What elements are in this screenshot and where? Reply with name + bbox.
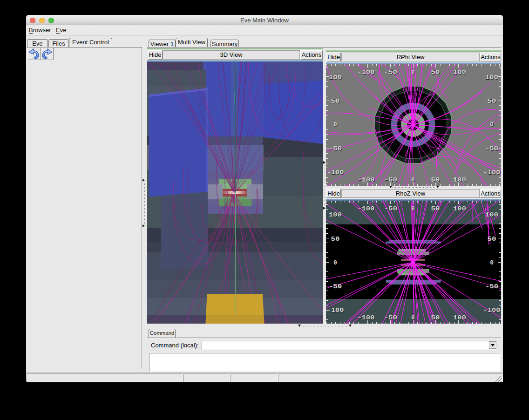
svg-text:-100: -100 <box>327 169 344 176</box>
svg-text:50: 50 <box>488 236 496 243</box>
svg-text:50: 50 <box>431 177 440 183</box>
svg-text:0: 0 <box>490 260 494 266</box>
svg-text:50: 50 <box>431 315 440 321</box>
svg-text:0: 0 <box>411 177 415 183</box>
svg-text:50: 50 <box>431 69 440 76</box>
svg-text:100: 100 <box>329 212 342 218</box>
svg-text:100: 100 <box>453 177 466 183</box>
svg-text:100: 100 <box>453 315 466 321</box>
svg-text:50: 50 <box>331 236 340 243</box>
svg-text:0: 0 <box>333 122 337 128</box>
svg-text:0: 0 <box>411 206 415 212</box>
svg-text:-100: -100 <box>358 315 375 321</box>
svg-text:-50: -50 <box>485 146 498 152</box>
svg-text:-100: -100 <box>327 307 344 314</box>
svg-text:0: 0 <box>411 315 415 321</box>
svg-text:50: 50 <box>331 98 340 105</box>
svg-text:-100: -100 <box>358 69 375 76</box>
svg-text:-100: -100 <box>358 177 375 183</box>
svg-text:-100: -100 <box>358 206 375 212</box>
svg-text:-50: -50 <box>384 206 397 212</box>
svg-text:50: 50 <box>431 206 440 212</box>
svg-text:0: 0 <box>411 69 415 76</box>
svg-text:-50: -50 <box>329 284 342 290</box>
svg-text:-100: -100 <box>483 169 501 176</box>
svg-text:-50: -50 <box>384 69 397 76</box>
svg-text:100: 100 <box>485 212 498 218</box>
svg-text:-50: -50 <box>485 284 498 290</box>
svg-text:0: 0 <box>333 260 337 266</box>
svg-text:0: 0 <box>490 122 494 128</box>
svg-text:100: 100 <box>485 75 498 81</box>
svg-text:100: 100 <box>329 75 342 81</box>
svg-text:100: 100 <box>453 69 466 76</box>
svg-text:-50: -50 <box>384 177 397 183</box>
svg-text:50: 50 <box>488 98 496 105</box>
svg-text:-50: -50 <box>329 146 342 152</box>
svg-text:100: 100 <box>453 206 466 212</box>
svg-text:-50: -50 <box>384 315 397 321</box>
svg-text:-100: -100 <box>483 307 501 314</box>
